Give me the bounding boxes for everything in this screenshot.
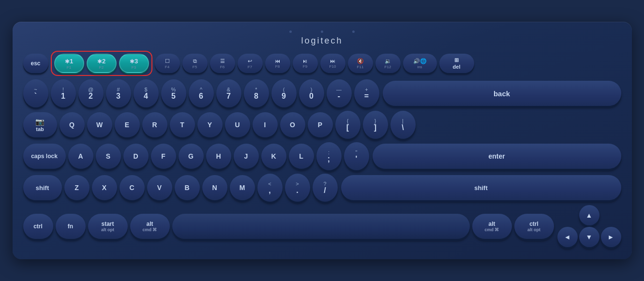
f12-fn: F12 bbox=[385, 65, 391, 69]
key-backslash[interactable]: | \ bbox=[390, 111, 416, 139]
num-row: ~ ` ! 1 @ 2 # 3 $ 4 % 5 ^ 6 & 7 bbox=[23, 79, 621, 107]
key-f8[interactable]: ⏮ F8 bbox=[265, 54, 290, 73]
key-f7[interactable]: ↩ F7 bbox=[238, 54, 263, 73]
key-equal[interactable]: + = bbox=[354, 79, 379, 107]
key-arrow-right[interactable]: ► bbox=[601, 227, 621, 247]
key-f9[interactable]: ⏯ F9 bbox=[293, 54, 318, 73]
key-start[interactable]: start alt opt bbox=[88, 214, 128, 239]
key-6[interactable]: ^ 6 bbox=[189, 79, 214, 107]
key-semicolon[interactable]: : ; bbox=[316, 142, 342, 170]
key-tab[interactable]: 📷 tab bbox=[23, 112, 57, 137]
key-ins[interactable]: 🔊🌐 ins bbox=[403, 54, 437, 73]
key-3[interactable]: # 3 bbox=[106, 79, 131, 107]
arrow-up-row: ▲ bbox=[579, 205, 599, 225]
key-e[interactable]: E bbox=[115, 112, 140, 137]
key-a[interactable]: A bbox=[68, 144, 93, 169]
key-enter[interactable]: enter bbox=[373, 144, 621, 169]
key-k[interactable]: K bbox=[261, 144, 286, 169]
key-y[interactable]: Y bbox=[197, 112, 223, 137]
key-q[interactable]: Q bbox=[60, 112, 85, 137]
key-slash[interactable]: ? / bbox=[313, 174, 338, 202]
key-esc[interactable]: esc bbox=[23, 54, 48, 73]
key-c[interactable]: C bbox=[120, 175, 145, 200]
key-arrow-up[interactable]: ▲ bbox=[579, 205, 599, 225]
key-x[interactable]: X bbox=[92, 175, 117, 200]
key-4[interactable]: $ 4 bbox=[134, 79, 159, 107]
key-u[interactable]: U bbox=[225, 112, 250, 137]
key-bt1[interactable]: ✱1 F1 bbox=[54, 54, 84, 73]
key-7[interactable]: & 7 bbox=[216, 79, 241, 107]
key-fn[interactable]: fn bbox=[56, 214, 86, 239]
key-f4[interactable]: ☐ F4 bbox=[155, 54, 180, 73]
key-t[interactable]: T bbox=[170, 112, 195, 137]
key-capslock[interactable]: caps lock bbox=[23, 144, 66, 169]
key-d[interactable]: D bbox=[123, 144, 149, 169]
key-f[interactable]: F bbox=[151, 144, 176, 169]
key-i[interactable]: I bbox=[253, 112, 278, 137]
key-shift-right[interactable]: shift bbox=[341, 175, 621, 200]
bluetooth-highlight: ✱1 F1 ✱2 F2 ✱3 F3 bbox=[51, 51, 152, 76]
key-h[interactable]: H bbox=[206, 144, 231, 169]
key-w[interactable]: W bbox=[87, 112, 112, 137]
key-period[interactable]: > . bbox=[285, 174, 310, 202]
key-bt3[interactable]: ✱3 F3 bbox=[119, 54, 149, 73]
key-shift-left[interactable]: shift bbox=[23, 175, 62, 200]
key-minus[interactable]: — - bbox=[327, 79, 352, 107]
key-v[interactable]: V bbox=[147, 175, 172, 200]
back-label: back bbox=[494, 89, 510, 98]
key-tilde[interactable]: ~ ` bbox=[23, 79, 48, 107]
key-b[interactable]: B bbox=[175, 175, 200, 200]
key-m[interactable]: M bbox=[230, 175, 255, 200]
key-r[interactable]: R bbox=[142, 112, 167, 137]
key-1[interactable]: ! 1 bbox=[51, 79, 76, 107]
key-9[interactable]: ( 9 bbox=[271, 79, 297, 107]
key-rbracket[interactable]: } ] bbox=[363, 111, 388, 139]
led-1 bbox=[289, 30, 292, 33]
key-f6[interactable]: ☰ F6 bbox=[210, 54, 235, 73]
key-n[interactable]: N bbox=[202, 175, 227, 200]
del-label: del bbox=[453, 64, 461, 70]
key-alt-left[interactable]: alt cmd ⌘ bbox=[130, 214, 170, 239]
key-lbracket[interactable]: { [ bbox=[335, 111, 360, 139]
arrow-lr-row: ◄ ▼ ► bbox=[557, 227, 621, 247]
key-bt2[interactable]: ✱2 F2 bbox=[87, 54, 117, 73]
shift-left-label: shift bbox=[36, 184, 49, 192]
key-comma[interactable]: < , bbox=[257, 174, 283, 202]
key-ctrl-left[interactable]: ctrl bbox=[23, 214, 53, 239]
key-j[interactable]: J bbox=[234, 144, 259, 169]
key-2[interactable]: @ 2 bbox=[78, 79, 104, 107]
key-s[interactable]: S bbox=[96, 144, 121, 169]
led-3 bbox=[352, 30, 355, 33]
key-backspace[interactable]: back bbox=[383, 81, 621, 106]
key-quote[interactable]: " ' bbox=[344, 142, 369, 170]
key-del[interactable]: ⊞ del bbox=[439, 54, 474, 73]
bt2-fn: F2 bbox=[99, 65, 104, 70]
key-p[interactable]: P bbox=[308, 112, 333, 137]
key-f5[interactable]: ⧉ F5 bbox=[182, 54, 208, 73]
ctrl-left-label: ctrl bbox=[33, 223, 43, 230]
key-8[interactable]: * 8 bbox=[244, 79, 269, 107]
keyboard-container: logitech esc ✱1 F1 ✱2 F2 ✱3 F3 bbox=[13, 22, 632, 259]
key-o[interactable]: O bbox=[280, 112, 305, 137]
ctrl-right-label: ctrl bbox=[529, 221, 539, 227]
key-f11[interactable]: 🔇 F11 bbox=[348, 54, 373, 73]
key-f12[interactable]: 🔉 F12 bbox=[375, 54, 401, 73]
key-l[interactable]: L bbox=[289, 144, 314, 169]
key-arrow-left[interactable]: ◄ bbox=[557, 227, 578, 247]
key-z[interactable]: Z bbox=[64, 175, 90, 200]
fn-row: esc ✱1 F1 ✱2 F2 ✱3 F3 ☐ F4 bbox=[23, 51, 621, 76]
alt-left-label: alt bbox=[146, 221, 153, 227]
key-ctrl-right[interactable]: ctrl alt opt bbox=[514, 214, 554, 239]
alt-right-label: alt bbox=[488, 221, 495, 227]
key-g[interactable]: G bbox=[179, 144, 204, 169]
f5-icon: ⧉ bbox=[193, 58, 197, 64]
key-alt-right[interactable]: alt cmd ⌘ bbox=[472, 214, 512, 239]
key-5[interactable]: % 5 bbox=[161, 79, 186, 107]
f12-icon: 🔉 bbox=[385, 58, 391, 64]
key-arrow-down[interactable]: ▼ bbox=[579, 227, 599, 247]
f7-icon: ↩ bbox=[248, 58, 252, 64]
led-2 bbox=[321, 30, 323, 33]
key-0[interactable]: ) 0 bbox=[299, 79, 324, 107]
key-space[interactable] bbox=[172, 214, 470, 239]
key-f10[interactable]: ⏭ F10 bbox=[320, 54, 345, 73]
